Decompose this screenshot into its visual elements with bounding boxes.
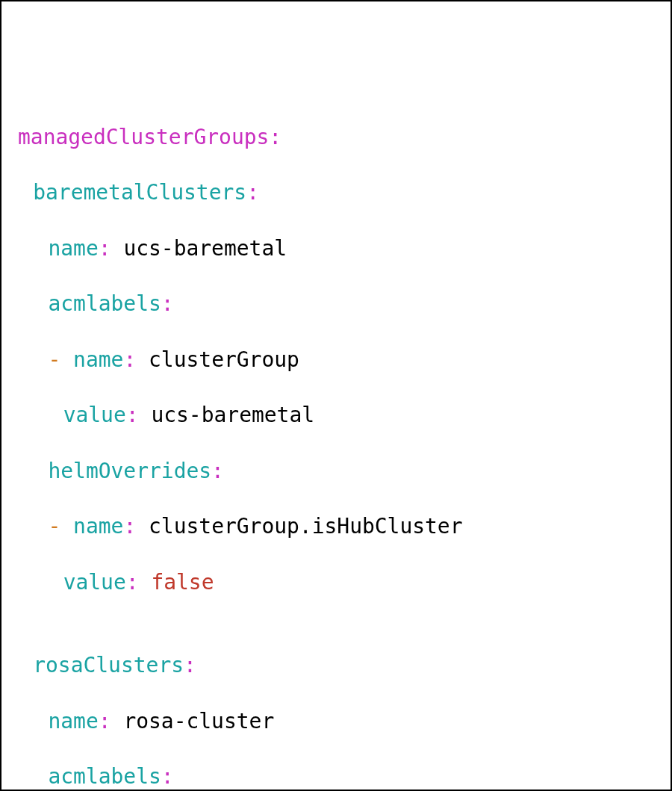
colon: : bbox=[184, 653, 196, 677]
yaml-key: acmlabels bbox=[48, 291, 161, 316]
yaml-key: name bbox=[48, 709, 98, 733]
yaml-value: clusterGroup.isHubCluster bbox=[149, 514, 462, 539]
colon: : bbox=[126, 570, 139, 595]
yaml-value: ucs-baremetal bbox=[151, 403, 314, 427]
yaml-key: name bbox=[48, 236, 98, 261]
colon: : bbox=[246, 180, 259, 205]
yaml-code-block: managedClusterGroups: baremetalClusters:… bbox=[18, 123, 654, 791]
yaml-key: acmlabels bbox=[48, 764, 161, 789]
colon: : bbox=[269, 125, 281, 149]
yaml-dash: - bbox=[48, 514, 60, 539]
yaml-key-group: rosaClusters bbox=[33, 653, 184, 677]
colon: : bbox=[211, 459, 224, 483]
colon: : bbox=[123, 347, 136, 372]
colon: : bbox=[99, 236, 111, 261]
yaml-value: ucs-baremetal bbox=[123, 236, 287, 261]
yaml-dash: - bbox=[48, 347, 60, 372]
colon: : bbox=[123, 514, 136, 539]
colon: : bbox=[161, 291, 174, 316]
yaml-key-group: baremetalClusters bbox=[33, 180, 246, 205]
yaml-value-bool: false bbox=[151, 570, 214, 595]
yaml-key: value bbox=[63, 403, 126, 427]
colon: : bbox=[161, 764, 174, 789]
colon: : bbox=[126, 403, 139, 427]
yaml-key: helmOverrides bbox=[48, 459, 211, 483]
yaml-value: rosa-cluster bbox=[123, 709, 274, 733]
yaml-key: value bbox=[63, 570, 126, 595]
yaml-key-root: managedClusterGroups bbox=[18, 125, 269, 149]
yaml-value: clusterGroup bbox=[149, 347, 299, 372]
colon: : bbox=[99, 709, 111, 733]
yaml-key: name bbox=[73, 347, 123, 372]
yaml-key: name bbox=[73, 514, 123, 539]
